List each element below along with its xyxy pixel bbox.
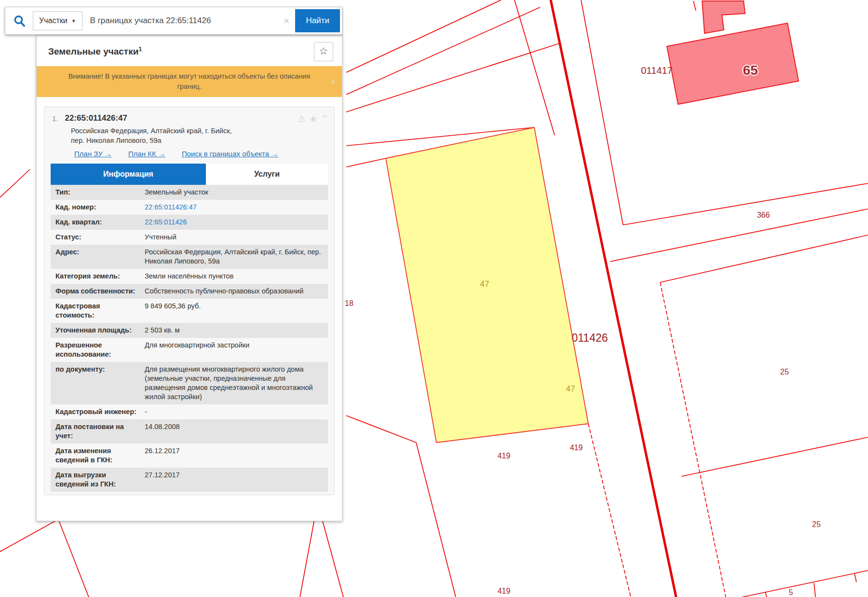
row-label: Дата постановки на учет: (51, 419, 145, 444)
table-row: Уточненная площадь:2 503 кв. м (51, 323, 328, 338)
item-index: 1. (52, 114, 58, 125)
favorite-star-button[interactable]: ☆ (314, 42, 333, 61)
warning-text: Внимание! В указанных границах могут нах… (68, 72, 311, 90)
table-row: Кадастровый инженер:- (51, 404, 328, 419)
row-label: Разрешенное использование: (51, 338, 145, 362)
table-row: Дата изменения сведений в ГКН:26.12.2017 (51, 444, 328, 468)
row-label: Уточненная площадь: (51, 323, 145, 338)
item-links: План ЗУ →План КК →Поиск в границах объек… (44, 145, 334, 164)
item-address: Российская Федерация, Алтайский край, г.… (44, 125, 334, 145)
table-row: Адрес:Российская Федерация, Алтайский кр… (51, 245, 328, 269)
table-row: Форма собственности:Собственность публич… (51, 284, 328, 299)
panel-title: Земельные участки1 (48, 46, 142, 57)
row-value: 27.12.2017 (145, 468, 328, 492)
warning-triangle-icon: ⚠ (298, 113, 306, 125)
row-label: по документу: (51, 362, 145, 404)
row-value: Для размещения многоквартирного жилого д… (145, 362, 328, 404)
search-type-label: Участки (39, 16, 68, 25)
table-row: Статус:Учтенный (51, 230, 328, 245)
row-label: Кадастровый инженер: (51, 404, 145, 419)
star-icon[interactable]: ★ (309, 113, 317, 125)
row-label: Кадастровая стоимость: (51, 299, 145, 323)
warning-banner: Внимание! В указанных границах могут нах… (37, 66, 342, 97)
tab-information[interactable]: Информация (51, 164, 206, 185)
clear-search-icon[interactable]: × (284, 15, 289, 27)
info-table: Тип:Земельный участокКад. номер:22:65:01… (51, 185, 328, 492)
result-card: 1. 22:65:011426:47 ⚠ ★ ⌃ Российская Феде… (44, 107, 335, 495)
row-label: Кад. номер: (51, 200, 145, 215)
item-link-2[interactable]: Поиск в границах объекта → (182, 150, 278, 158)
table-row: Категория земель:Земли населённых пункто… (51, 269, 328, 284)
item-link-0[interactable]: План ЗУ → (74, 150, 112, 158)
search-input[interactable]: В границах участка 22:65:11426 (90, 16, 281, 26)
table-row: Кадастровая стоимость:9 849 605,36 руб. (51, 299, 328, 323)
table-row: Кад. номер:22:65:011426:47 (51, 200, 328, 215)
quarter-boundary-line (551, 0, 676, 597)
tabs: Информация Услуги (51, 164, 328, 185)
collapse-chevron-icon[interactable]: ⌃ (321, 113, 328, 125)
row-value-link[interactable]: 22:65:011426:47 (145, 200, 328, 215)
row-label: Адрес: (51, 245, 145, 269)
table-row: Дата постановки на учет:14.08.2008 (51, 419, 328, 444)
find-button[interactable]: Найти (295, 9, 340, 32)
row-value: 2 503 кв. м (145, 323, 328, 338)
search-bar: Участки ▼ В границах участка 22:65:11426… (5, 7, 342, 35)
row-value: - (145, 404, 328, 419)
row-label: Дата выгрузки сведений из ГКН: (51, 468, 145, 492)
row-value: Российская Федерация, Алтайский край, г.… (145, 245, 328, 269)
item-link-1[interactable]: План КК → (128, 150, 165, 158)
results-panel: Земельные участки1 ☆ Внимание! В указанн… (36, 35, 342, 521)
chevron-down-icon: ▼ (71, 18, 76, 24)
row-label: Кад. квартал: (51, 215, 145, 230)
row-value: Земельный участок (145, 185, 328, 200)
row-value: Для многоквартирной застройки (145, 338, 328, 362)
result-count: 1 (138, 46, 142, 53)
row-label: Дата изменения сведений в ГКН: (51, 444, 145, 468)
row-value: Земли населённых пунктов (145, 269, 328, 284)
search-type-dropdown[interactable]: Участки ▼ (33, 11, 82, 30)
tab-services[interactable]: Услуги (206, 164, 328, 185)
table-row: по документу:Для размещения многоквартир… (51, 362, 328, 404)
table-row: Кад. квартал:22:65:011426 (51, 215, 328, 230)
row-value: Учтенный (145, 230, 328, 245)
row-value: Собственность публично-правовых образова… (145, 284, 328, 299)
row-value: 9 849 605,36 руб. (145, 299, 328, 323)
close-icon[interactable]: × (330, 77, 336, 87)
table-row: Разрешенное использование:Для многокварт… (51, 338, 328, 362)
row-label: Категория земель: (51, 269, 145, 284)
row-label: Тип: (51, 185, 145, 200)
table-row: Тип:Земельный участок (51, 185, 328, 200)
table-row: Дата выгрузки сведений из ГКН:27.12.2017 (51, 468, 328, 492)
row-value: 26.12.2017 (145, 444, 328, 468)
selected-parcel-47[interactable] (386, 127, 588, 443)
row-label: Форма собственности: (51, 284, 145, 299)
row-value: 14.08.2008 (145, 419, 328, 444)
item-cadastral-number: 22:65:011426:47 (65, 113, 128, 125)
building-65-parcel[interactable] (667, 1, 799, 104)
search-icon (13, 14, 26, 28)
row-label: Статус: (51, 230, 145, 245)
row-value-link[interactable]: 22:65:011426 (145, 215, 328, 230)
panel-header: Земельные участки1 ☆ (37, 35, 342, 66)
